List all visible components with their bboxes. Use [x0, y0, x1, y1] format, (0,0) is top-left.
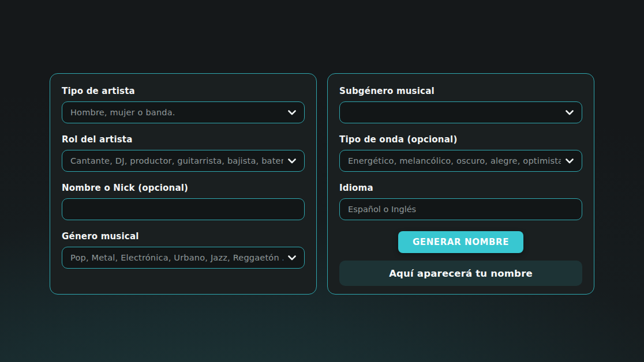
- idioma-field: [339, 198, 582, 220]
- field-group-idioma: Idioma: [339, 183, 582, 220]
- tipo-de-artista-label: Tipo de artista: [62, 86, 305, 96]
- nombre-nick-field: [62, 198, 305, 220]
- select-placeholder: Cantante, DJ, productor, guitarrista, ba…: [70, 156, 283, 165]
- artist-info-card: Tipo de artista Hombre, mujer o banda. R…: [50, 73, 317, 295]
- generate-name-button[interactable]: GENERAR NOMBRE: [398, 231, 523, 253]
- chevron-down-icon: [288, 110, 296, 115]
- genero-musical-select[interactable]: Pop, Metal, Electrónica, Urbano, Jazz, R…: [62, 247, 305, 269]
- tipo-de-artista-select[interactable]: Hombre, mujer o banda.: [62, 101, 305, 123]
- field-group-nombre-nick: Nombre o Nick (opcional): [62, 183, 305, 220]
- form-cards-container: Tipo de artista Hombre, mujer o banda. R…: [50, 73, 594, 295]
- field-group-tipo-de-onda: Tipo de onda (opcional) Energético, mela…: [339, 134, 582, 172]
- tipo-de-onda-select[interactable]: Energético, melancólico, oscuro, alegre,…: [339, 150, 582, 172]
- generator-card: Subgénero musical Tipo de onda (opcional…: [327, 73, 594, 295]
- idioma-label: Idioma: [339, 183, 582, 193]
- idioma-input[interactable]: [348, 199, 574, 220]
- field-group-genero-musical: Género musical Pop, Metal, Electrónica, …: [62, 231, 305, 269]
- genero-musical-label: Género musical: [62, 231, 305, 242]
- tipo-de-onda-label: Tipo de onda (opcional): [339, 134, 582, 145]
- chevron-down-icon: [566, 110, 574, 115]
- field-group-subgenero-musical: Subgénero musical: [339, 86, 582, 123]
- select-placeholder: Hombre, mujer o banda.: [70, 108, 283, 117]
- rol-del-artista-select[interactable]: Cantante, DJ, productor, guitarrista, ba…: [62, 150, 305, 172]
- result-placeholder: Aquí aparecerá tu nombre: [339, 261, 582, 286]
- select-placeholder: Energético, melancólico, oscuro, alegre,…: [348, 156, 561, 165]
- subgenero-musical-select[interactable]: [339, 101, 582, 123]
- chevron-down-icon: [288, 255, 296, 261]
- chevron-down-icon: [288, 159, 296, 164]
- nombre-nick-label: Nombre o Nick (opcional): [62, 183, 305, 193]
- select-placeholder: Pop, Metal, Electrónica, Urbano, Jazz, R…: [70, 253, 283, 262]
- field-group-rol-del-artista: Rol del artista Cantante, DJ, productor,…: [62, 134, 305, 172]
- chevron-down-icon: [566, 159, 574, 164]
- nombre-nick-input[interactable]: [70, 199, 296, 220]
- field-group-tipo-de-artista: Tipo de artista Hombre, mujer o banda.: [62, 86, 305, 123]
- page-background: { "theme": { "accent_border": "#2fa8b0",…: [0, 0, 644, 362]
- subgenero-musical-label: Subgénero musical: [339, 86, 582, 96]
- rol-del-artista-label: Rol del artista: [62, 134, 305, 145]
